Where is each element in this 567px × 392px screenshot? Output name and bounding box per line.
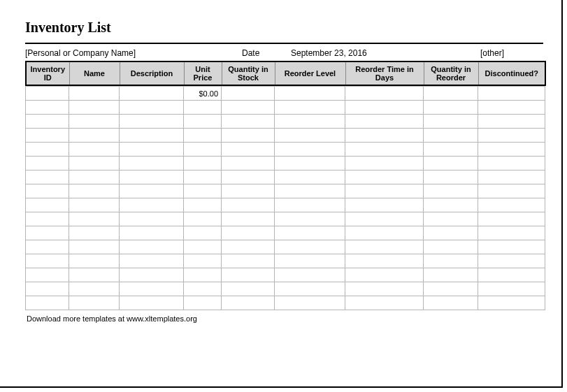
cell-name[interactable] bbox=[69, 143, 120, 157]
cell-name[interactable] bbox=[69, 268, 120, 282]
cell-discontinued[interactable] bbox=[478, 296, 545, 310]
cell-discontinued[interactable] bbox=[478, 254, 545, 268]
cell-unit_price[interactable] bbox=[184, 129, 222, 143]
cell-name[interactable] bbox=[69, 240, 120, 254]
cell-qty_reorder[interactable] bbox=[424, 115, 478, 129]
cell-inventory_id[interactable] bbox=[26, 282, 69, 296]
cell-discontinued[interactable] bbox=[478, 101, 545, 115]
cell-reorder_time[interactable] bbox=[345, 282, 424, 296]
cell-unit_price[interactable] bbox=[184, 254, 222, 268]
cell-discontinued[interactable] bbox=[478, 212, 545, 226]
cell-description[interactable] bbox=[120, 282, 184, 296]
cell-reorder_level[interactable] bbox=[275, 254, 345, 268]
cell-reorder_time[interactable] bbox=[345, 101, 424, 115]
cell-description[interactable] bbox=[120, 157, 184, 170]
cell-qty_reorder[interactable] bbox=[424, 198, 478, 212]
cell-description[interactable] bbox=[120, 212, 184, 226]
cell-inventory_id[interactable] bbox=[26, 212, 69, 226]
cell-name[interactable] bbox=[69, 184, 120, 198]
cell-qty_stock[interactable] bbox=[222, 296, 275, 310]
cell-unit_price[interactable]: $0.00 bbox=[184, 87, 222, 101]
cell-qty_reorder[interactable] bbox=[424, 296, 478, 310]
cell-unit_price[interactable] bbox=[184, 115, 222, 129]
cell-discontinued[interactable] bbox=[478, 87, 545, 101]
cell-description[interactable] bbox=[120, 115, 184, 129]
cell-qty_stock[interactable] bbox=[222, 212, 275, 226]
cell-name[interactable] bbox=[69, 212, 120, 226]
cell-qty_reorder[interactable] bbox=[424, 282, 478, 296]
cell-qty_stock[interactable] bbox=[222, 184, 275, 198]
cell-inventory_id[interactable] bbox=[26, 129, 69, 143]
cell-reorder_time[interactable] bbox=[345, 115, 424, 129]
cell-name[interactable] bbox=[69, 157, 120, 170]
cell-name[interactable] bbox=[69, 198, 120, 212]
cell-inventory_id[interactable] bbox=[26, 157, 69, 170]
cell-reorder_time[interactable] bbox=[345, 296, 424, 310]
cell-qty_stock[interactable] bbox=[222, 198, 275, 212]
cell-unit_price[interactable] bbox=[184, 282, 222, 296]
cell-name[interactable] bbox=[69, 226, 120, 240]
cell-description[interactable] bbox=[120, 296, 184, 310]
cell-qty_reorder[interactable] bbox=[424, 184, 478, 198]
cell-qty_reorder[interactable] bbox=[424, 240, 478, 254]
cell-qty_reorder[interactable] bbox=[424, 254, 478, 268]
cell-qty_reorder[interactable] bbox=[424, 157, 478, 170]
cell-unit_price[interactable] bbox=[184, 157, 222, 170]
cell-description[interactable] bbox=[120, 254, 184, 268]
cell-inventory_id[interactable] bbox=[26, 170, 69, 184]
cell-unit_price[interactable] bbox=[184, 170, 222, 184]
cell-description[interactable] bbox=[120, 101, 184, 115]
cell-qty_reorder[interactable] bbox=[424, 170, 478, 184]
cell-inventory_id[interactable] bbox=[26, 254, 69, 268]
cell-reorder_time[interactable] bbox=[345, 184, 424, 198]
cell-qty_stock[interactable] bbox=[222, 101, 275, 115]
cell-description[interactable] bbox=[120, 198, 184, 212]
cell-inventory_id[interactable] bbox=[26, 115, 69, 129]
cell-name[interactable] bbox=[69, 115, 120, 129]
cell-discontinued[interactable] bbox=[478, 198, 545, 212]
cell-reorder_level[interactable] bbox=[275, 129, 345, 143]
cell-inventory_id[interactable] bbox=[26, 184, 69, 198]
cell-reorder_level[interactable] bbox=[275, 87, 345, 101]
cell-reorder_time[interactable] bbox=[345, 254, 424, 268]
cell-inventory_id[interactable] bbox=[26, 296, 69, 310]
cell-qty_stock[interactable] bbox=[222, 240, 275, 254]
cell-reorder_time[interactable] bbox=[345, 240, 424, 254]
cell-name[interactable] bbox=[69, 129, 120, 143]
cell-reorder_level[interactable] bbox=[275, 240, 345, 254]
cell-inventory_id[interactable] bbox=[26, 240, 69, 254]
cell-description[interactable] bbox=[120, 226, 184, 240]
cell-unit_price[interactable] bbox=[184, 143, 222, 157]
cell-description[interactable] bbox=[120, 129, 184, 143]
cell-unit_price[interactable] bbox=[184, 101, 222, 115]
cell-qty_reorder[interactable] bbox=[424, 129, 478, 143]
cell-reorder_level[interactable] bbox=[275, 184, 345, 198]
cell-qty_stock[interactable] bbox=[222, 87, 275, 101]
cell-inventory_id[interactable] bbox=[26, 226, 69, 240]
cell-name[interactable] bbox=[69, 254, 120, 268]
cell-discontinued[interactable] bbox=[478, 268, 545, 282]
cell-name[interactable] bbox=[69, 282, 120, 296]
cell-reorder_time[interactable] bbox=[345, 143, 424, 157]
cell-inventory_id[interactable] bbox=[26, 198, 69, 212]
cell-qty_reorder[interactable] bbox=[424, 87, 478, 101]
cell-reorder_level[interactable] bbox=[275, 170, 345, 184]
cell-reorder_level[interactable] bbox=[275, 268, 345, 282]
cell-reorder_time[interactable] bbox=[345, 268, 424, 282]
cell-reorder_level[interactable] bbox=[275, 143, 345, 157]
cell-reorder_time[interactable] bbox=[345, 170, 424, 184]
cell-reorder_level[interactable] bbox=[275, 198, 345, 212]
cell-reorder_level[interactable] bbox=[275, 157, 345, 170]
cell-reorder_level[interactable] bbox=[275, 282, 345, 296]
cell-reorder_level[interactable] bbox=[275, 296, 345, 310]
cell-qty_stock[interactable] bbox=[222, 115, 275, 129]
cell-discontinued[interactable] bbox=[478, 170, 545, 184]
cell-qty_stock[interactable] bbox=[222, 254, 275, 268]
cell-name[interactable] bbox=[69, 170, 120, 184]
cell-qty_stock[interactable] bbox=[222, 170, 275, 184]
cell-inventory_id[interactable] bbox=[26, 101, 69, 115]
cell-description[interactable] bbox=[120, 184, 184, 198]
cell-reorder_level[interactable] bbox=[275, 115, 345, 129]
cell-qty_reorder[interactable] bbox=[424, 143, 478, 157]
cell-inventory_id[interactable] bbox=[26, 87, 69, 101]
